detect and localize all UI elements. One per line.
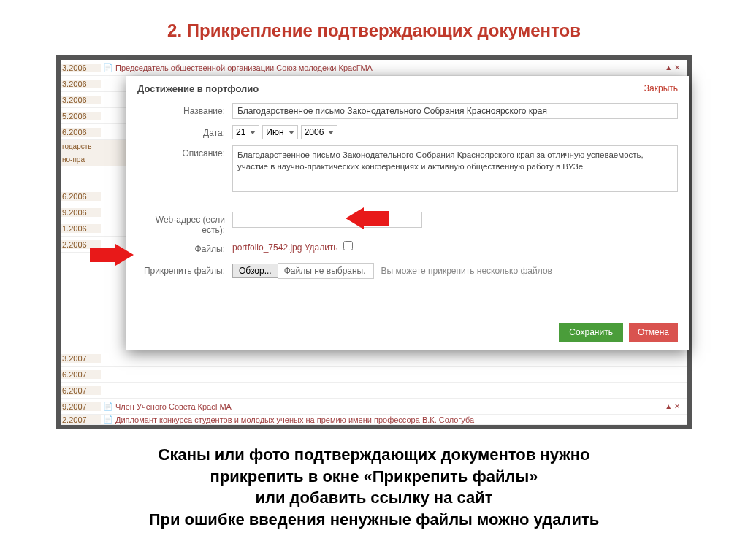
truncated-text: но-пра xyxy=(61,156,85,164)
day-value: 21 xyxy=(236,127,245,137)
file-delete-checkbox[interactable] xyxy=(343,241,353,250)
date-cell: 3.2006 xyxy=(61,80,101,88)
row-text: Член Ученого Совета КрасГМА xyxy=(115,402,665,411)
web-row: Web-адрес (если есть): xyxy=(126,209,689,238)
chevron-down-icon xyxy=(328,131,334,134)
file-delete-link[interactable]: Удалить xyxy=(305,242,338,253)
browse-button[interactable]: Обзор... xyxy=(232,264,278,278)
save-button[interactable]: Сохранить xyxy=(559,323,623,342)
row-text: Председатель общественной организации Со… xyxy=(115,64,665,72)
date-cell: 3.2006 xyxy=(61,64,101,72)
cancel-button[interactable]: Отмена xyxy=(629,323,678,342)
svg-marker-0 xyxy=(346,207,389,229)
year-select[interactable]: 2006 xyxy=(301,125,338,139)
attach-label: Прикрепить файлы: xyxy=(137,266,232,276)
table-row: 3.2006 📄 Председатель общественной орган… xyxy=(61,60,687,76)
files-label: Файлы: xyxy=(137,241,232,254)
table-row: 2.2007 📄 Дипломант конкурса студентов и … xyxy=(61,415,687,425)
date-cell: 9.2007 xyxy=(61,402,101,411)
caption-line: Сканы или фото подтверждающих документов… xyxy=(22,444,726,466)
row-marks: ▲ ✕ xyxy=(665,402,687,410)
name-label: Название: xyxy=(137,103,232,116)
dialog-title: Достижение в портфолио xyxy=(137,83,259,94)
date-cell: 9.2006 xyxy=(61,208,101,217)
svg-marker-1 xyxy=(90,244,134,266)
name-input[interactable] xyxy=(232,103,678,119)
month-value: Июн xyxy=(266,127,283,137)
date-cell: 3.2006 xyxy=(61,96,101,104)
background-table-bottom: 3.2007 6.2007 6.2007 9.2007 📄 Член Учено… xyxy=(61,350,687,425)
chevron-down-icon xyxy=(250,131,256,134)
caption-line: При ошибке введения ненужные файлы можно… xyxy=(22,509,726,531)
date-cell: 6.2007 xyxy=(61,370,101,379)
row-icon: 📄 xyxy=(101,63,115,72)
files-row: Файлы: portfolio_7542.jpg Удалить xyxy=(126,238,689,257)
date-cell: 3.2007 xyxy=(61,354,101,363)
date-cell: 6.2007 xyxy=(61,386,101,395)
screenshot-frame: 3.2006 📄 Председатель общественной орган… xyxy=(56,55,692,429)
no-files-text: Файлы не выбраны. xyxy=(278,263,374,279)
month-select[interactable]: Июн xyxy=(262,125,297,139)
truncated-text: годарств xyxy=(61,142,92,150)
description-textarea[interactable] xyxy=(232,145,678,192)
chevron-down-icon xyxy=(289,131,294,134)
description-label: Описание: xyxy=(137,145,232,158)
date-cell: 1.2006 xyxy=(61,224,101,233)
dialog-footer: Сохранить Отмена xyxy=(126,314,689,350)
web-label: Web-адрес (если есть): xyxy=(137,212,232,235)
date-cell: 5.2006 xyxy=(61,112,101,120)
row-icon: 📄 xyxy=(101,415,115,424)
date-label: Дата: xyxy=(137,125,232,138)
date-row: Дата: 21 Июн 2006 xyxy=(126,122,689,142)
date-cell: 6.2006 xyxy=(61,192,101,201)
row-marks: ▲ ✕ xyxy=(665,64,687,72)
date-cell: 2.2007 xyxy=(61,415,101,424)
year-value: 2006 xyxy=(305,127,324,137)
close-link[interactable]: Закрыть xyxy=(644,83,678,94)
red-arrow-icon xyxy=(90,244,134,266)
dialog-header: Достижение в портфолио Закрыть xyxy=(126,76,689,100)
slide-title: 2. Прикрепление подтверждающих документо… xyxy=(0,0,748,55)
table-row: 9.2007 📄 Член Ученого Совета КрасГМА ▲ ✕ xyxy=(61,399,687,415)
attach-row: Прикрепить файлы: Обзор... Файлы не выбр… xyxy=(126,257,689,285)
date-cell: 6.2006 xyxy=(61,128,101,137)
slide-caption: Сканы или фото подтверждающих документов… xyxy=(0,429,748,538)
row-icon: 📄 xyxy=(101,402,115,411)
web-input[interactable] xyxy=(232,212,422,228)
row-text: Дипломант конкурса студентов и молодых у… xyxy=(115,415,687,424)
table-row: 6.2007 xyxy=(61,383,687,399)
red-arrow-icon xyxy=(346,207,389,229)
table-row: 6.2007 xyxy=(61,367,687,383)
caption-line: прикрепить в окне «Прикрепить файлы» xyxy=(22,466,726,488)
day-select[interactable]: 21 xyxy=(232,125,259,139)
table-row: 3.2007 xyxy=(61,350,687,367)
caption-line: или добавить ссылку на сайт xyxy=(22,487,726,509)
attach-hint: Вы можете прикрепить несколько файлов xyxy=(381,266,552,276)
portfolio-dialog: Достижение в портфолио Закрыть Название:… xyxy=(126,76,689,350)
description-row: Описание: xyxy=(126,142,689,197)
file-name: portfolio_7542.jpg xyxy=(232,242,302,253)
name-row: Название: xyxy=(126,100,689,122)
